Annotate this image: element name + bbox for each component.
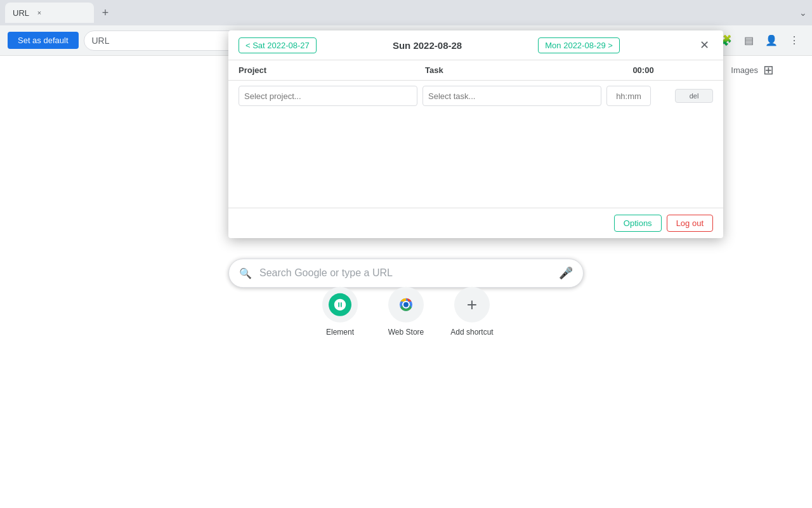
sidebar-toggle-button[interactable]: ▤ [738, 30, 759, 51]
shortcuts-row: Element Web Store [315, 287, 497, 337]
popup-close-button[interactable]: ✕ [696, 37, 713, 53]
images-button[interactable]: Images [731, 65, 758, 75]
menu-button[interactable]: ⋮ [784, 30, 804, 51]
logout-button[interactable]: Log out [667, 215, 713, 232]
delete-row-button[interactable]: del [675, 89, 713, 103]
search-icon: 🔍 [239, 267, 252, 279]
active-tab[interactable]: URL × [5, 3, 94, 23]
grid-icon: ⊞ [763, 63, 774, 77]
tab-close-button[interactable]: × [34, 8, 44, 18]
plus-icon: + [467, 295, 477, 315]
time-tracker-popup: < Sat 2022-08-27 Sun 2022-08-28 Mon 2022… [228, 30, 723, 238]
top-right-controls: Images ⊞ [731, 62, 774, 77]
search-input-placeholder: Search Google or type a URL [259, 267, 551, 279]
search-container: 🔍 Search Google or type a URL 🎤 [228, 258, 584, 288]
profile-button[interactable]: 👤 [761, 30, 782, 51]
element-logo [329, 293, 351, 316]
profile-icon: 👤 [765, 34, 778, 46]
voice-icon[interactable]: 🎤 [559, 266, 573, 280]
address-text: URL [92, 36, 110, 46]
project-input[interactable] [239, 86, 417, 106]
menu-icon: ⋮ [789, 34, 799, 46]
popup-header: < Sat 2022-08-27 Sun 2022-08-28 Mon 2022… [228, 30, 723, 60]
shortcut-element-label: Element [326, 328, 354, 337]
grid-icon-button[interactable]: ⊞ [763, 62, 774, 77]
task-column-header: Task [425, 65, 612, 75]
set-as-default-button[interactable]: Set as default [8, 32, 79, 49]
svg-point-2 [403, 302, 409, 307]
shortcut-webstore[interactable]: Web Store [381, 287, 431, 337]
time-column-header: 00:00 [612, 65, 675, 75]
images-label: Images [731, 65, 758, 75]
table-row: del [228, 81, 723, 111]
close-icon: ✕ [700, 39, 709, 51]
project-column-header: Project [239, 65, 425, 75]
search-bar[interactable]: 🔍 Search Google or type a URL 🎤 [228, 258, 584, 288]
current-date: Sun 2022-08-28 [393, 40, 462, 51]
options-button[interactable]: Options [614, 215, 662, 232]
popup-body: del [228, 81, 723, 208]
action-column-header [675, 65, 713, 75]
next-date-button[interactable]: Mon 2022-08-29 > [538, 37, 620, 53]
sidebar-icon: ▤ [744, 34, 754, 46]
tab-title: URL [13, 8, 29, 18]
popup-footer: Options Log out [228, 208, 723, 238]
table-header: Project Task 00:00 [228, 60, 723, 81]
prev-date-button[interactable]: < Sat 2022-08-27 [239, 37, 317, 53]
tab-bar: URL × + [5, 3, 797, 23]
browser-expand-button[interactable]: ⌄ [799, 8, 807, 18]
shortcut-add-icon: + [454, 287, 490, 323]
shortcut-element[interactable]: Element [315, 287, 365, 337]
task-input[interactable] [422, 86, 601, 106]
new-tab-button[interactable]: + [96, 4, 114, 22]
shortcut-element-icon [322, 287, 358, 323]
chrome-logo [395, 293, 417, 316]
shortcut-add-label: Add shortcut [450, 328, 493, 337]
shortcut-webstore-icon [388, 287, 424, 323]
shortcut-webstore-label: Web Store [388, 328, 424, 337]
browser-chrome: URL × + ⌄ [0, 0, 812, 25]
time-input[interactable] [606, 86, 651, 106]
shortcut-add[interactable]: + Add shortcut [447, 287, 497, 337]
